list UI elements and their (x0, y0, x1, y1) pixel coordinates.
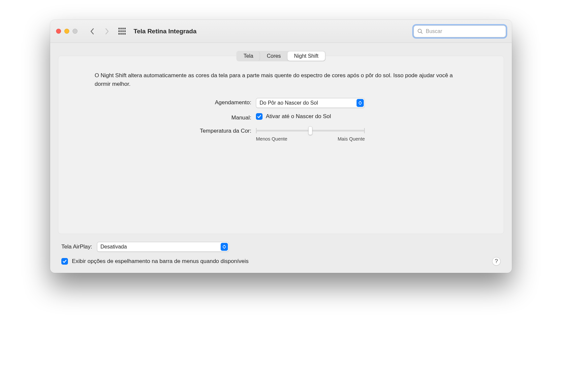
manual-checkbox[interactable] (256, 113, 263, 120)
search-icon (417, 28, 423, 34)
manual-checkbox-label: Ativar até o Nascer do Sol (266, 113, 331, 120)
tab-tela[interactable]: Tela (237, 51, 260, 61)
search-field[interactable] (414, 25, 506, 37)
airplay-popup[interactable]: Desativada (97, 242, 229, 252)
help-icon: ? (495, 258, 498, 265)
maximize-window-button (73, 29, 78, 34)
window-controls (56, 29, 78, 34)
tab-cores[interactable]: Cores (260, 51, 288, 61)
search-input[interactable] (426, 28, 502, 34)
mirror-options-label: Exibir opções de espelhamento na barra d… (72, 258, 249, 265)
window-body: Tela Cores Night Shift O Night Shift alt… (50, 43, 512, 273)
airplay-value: Desativada (101, 244, 127, 250)
tab-night-shift[interactable]: Night Shift (288, 51, 325, 61)
tabs: Tela Cores Night Shift (236, 51, 326, 61)
popup-stepper-icon (357, 99, 364, 107)
forward-button (101, 26, 112, 37)
manual-label: Manual: (166, 113, 251, 121)
slider-tick-max (364, 128, 365, 133)
popup-stepper-icon (221, 243, 228, 251)
svg-point-0 (418, 29, 422, 33)
back-button[interactable] (87, 26, 98, 37)
temperature-label: Temperatura da Cor: (166, 126, 251, 134)
slider-thumb[interactable] (308, 126, 312, 135)
close-window-button[interactable] (56, 29, 61, 34)
night-shift-description: O Night Shift altera automaticamente as … (95, 71, 467, 89)
mirror-options-checkbox[interactable] (61, 258, 68, 265)
window-title: Tela Retina Integrada (134, 28, 197, 35)
schedule-popup[interactable]: Do Pôr ao Nascer do Sol (256, 98, 365, 108)
airplay-label: Tela AirPlay: (61, 244, 92, 250)
toolbar: Tela Retina Integrada (50, 20, 512, 43)
slider-max-label: Mais Quente (338, 136, 365, 142)
schedule-value: Do Pôr ao Nascer do Sol (260, 100, 318, 106)
help-button[interactable]: ? (492, 257, 501, 266)
slider-min-label: Menos Quente (256, 136, 287, 142)
minimize-window-button[interactable] (64, 29, 69, 34)
schedule-label: Agendamento: (166, 98, 251, 106)
bottom-controls: Tela AirPlay: Desativada Exibir opções d… (58, 242, 504, 266)
svg-line-1 (421, 32, 422, 33)
show-all-icon[interactable] (118, 28, 126, 35)
preferences-window: Tela Retina Integrada Tela Cores Night S… (50, 20, 512, 273)
night-shift-panel: O Night Shift altera automaticamente as … (58, 56, 504, 234)
color-temperature-slider[interactable] (256, 127, 365, 134)
